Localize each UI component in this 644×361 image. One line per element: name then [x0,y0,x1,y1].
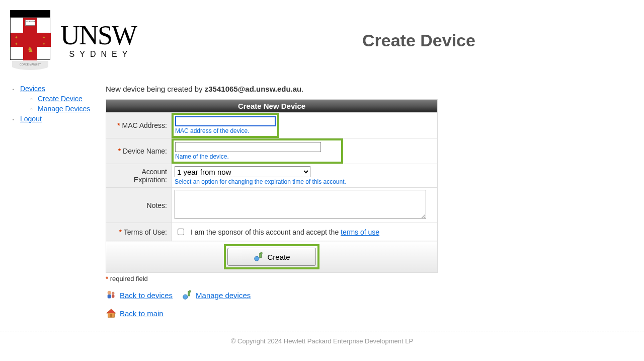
expiration-select[interactable]: 1 year from now [175,166,310,177]
svg-point-5 [112,292,115,295]
sidebar-item-devices[interactable]: Devices [20,85,45,93]
mac-address-input[interactable] [175,116,276,126]
create-button[interactable]: Create [227,248,315,266]
svg-rect-12 [110,314,112,317]
sidebar: Devices Create Device Manage Devices Log… [5,81,106,319]
highlight-box: Create [224,244,319,269]
page-title: Create Device [362,31,475,50]
svg-point-9 [189,291,191,293]
svg-point-2 [261,252,263,254]
brand-sub: SYDNEY [69,50,133,59]
sidebar-item-manage-devices[interactable]: Manage Devices [38,105,90,113]
home-icon [106,308,117,319]
notes-label: Notes: [147,201,167,209]
device-name-help: Name of the device. [175,153,321,160]
notes-textarea[interactable] [175,190,426,219]
header: SCIENTIA ✦ ✦ ✦ ✦ ♞ CORDE MANU ET UNSW SY… [0,0,644,81]
svg-marker-11 [107,309,116,313]
svg-point-7 [183,295,188,299]
device-name-label: Device Name: [123,147,167,155]
terms-of-use-link[interactable]: terms of use [341,228,379,236]
required-note: * required field [106,275,639,282]
people-icon [106,290,117,301]
mac-address-help: MAC address of the device. [175,127,276,134]
highlight-box: MAC address of the device. [172,113,279,138]
intro-prefix: New device being created by [106,85,205,93]
create-device-form: Create New Device * MAC Address: MAC add… [106,99,438,273]
svg-point-3 [108,291,111,295]
brand-name: UNSW [60,22,136,49]
footer: © Copyright 2024 Hewlett Packard Enterpr… [0,331,644,351]
manage-devices-link[interactable]: Manage devices [196,291,251,300]
svg-rect-6 [112,295,115,298]
device-network-icon [182,290,193,301]
back-to-devices-link[interactable]: Back to devices [120,291,173,300]
sidebar-item-logout[interactable]: Logout [20,115,42,123]
main-content: New device being created by z3541065@ad.… [106,81,639,319]
terms-text: I am the sponsor of this account and acc… [191,228,379,236]
unsw-wordmark: UNSW SYDNEY [60,22,136,59]
required-indicator: * [118,147,121,155]
expiration-help: Select an option for changing the expira… [175,178,434,185]
intro-suffix: . [301,85,303,93]
logo-area: SCIENTIA ✦ ✦ ✦ ✦ ♞ CORDE MANU ET UNSW SY… [10,10,136,70]
terms-label: Terms of Use: [124,228,167,236]
expiration-label: Account Expiration: [134,168,167,184]
intro-text: New device being created by z3541065@ad.… [106,85,639,93]
terms-checkbox[interactable] [178,229,184,235]
required-indicator: * [119,228,122,236]
svg-point-0 [255,256,259,261]
svg-rect-4 [108,295,111,298]
mac-address-label: MAC Address: [122,121,167,129]
form-header: Create New Device [106,100,438,113]
sidebar-item-create-device[interactable]: Create Device [38,95,83,103]
highlight-box: Name of the device. [172,138,343,164]
create-button-label: Create [267,253,290,261]
intro-user: z3541065@ad.unsw.edu.au [205,85,301,93]
required-indicator: * [117,121,120,129]
device-name-input[interactable] [175,142,321,152]
device-network-icon [253,251,264,262]
back-to-main-link[interactable]: Back to main [120,309,164,318]
unsw-crest-icon: SCIENTIA ✦ ✦ ✦ ✦ ♞ CORDE MANU ET [10,10,50,70]
